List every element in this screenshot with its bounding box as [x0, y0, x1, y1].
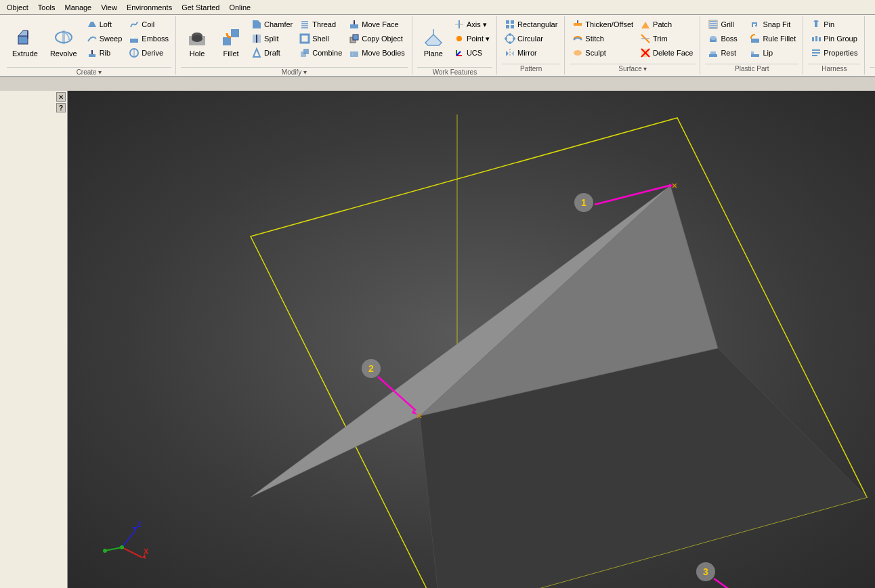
- move-face-label: Move Face: [362, 20, 398, 28]
- surface-label-text: Surface ▾: [618, 65, 647, 72]
- plastic-items: Grill Boss Rest Snap Fit: [705, 18, 798, 63]
- 3d-scene-svg: 1 2 3: [68, 91, 875, 588]
- svg-rect-83: [812, 55, 817, 56]
- mirror-label: Mirror: [517, 49, 537, 57]
- menu-bar: Object Tools Manage View Environments Ge…: [0, 0, 875, 15]
- sweep-button[interactable]: Sweep: [84, 32, 125, 45]
- thicken-label: Thicken/Offset: [585, 20, 633, 28]
- svg-marker-17: [253, 20, 261, 28]
- patch-button[interactable]: Patch: [637, 18, 696, 31]
- menu-environments[interactable]: Environments: [123, 2, 176, 13]
- svg-text:2: 2: [368, 363, 374, 374]
- ribbon-group-pattern: Rectangular Circular Mirror Pattern: [498, 16, 565, 75]
- ribbon-group-surface: Thicken/Offset Stitch Sculpt Patch: [565, 16, 700, 75]
- ribbon-group-modify: Hole Fillet Chamfer: [177, 16, 412, 75]
- grill-button[interactable]: Grill: [705, 18, 746, 31]
- plastic-group-label: Plastic Part: [705, 64, 798, 73]
- thicken-button[interactable]: Thicken/Offset: [570, 18, 636, 31]
- plastic-col1: Grill Boss Rest: [705, 18, 746, 63]
- create-group-label: Create ▾: [7, 67, 171, 77]
- rectangular-button[interactable]: Rectangular: [502, 18, 560, 31]
- hole-button[interactable]: Hole: [181, 18, 213, 66]
- menu-get-started[interactable]: Get Started: [177, 2, 223, 13]
- modify-col3: Move Face Copy Object ↑ Move Bodies: [346, 18, 408, 66]
- derive-label: Derive: [142, 49, 163, 57]
- properties-button[interactable]: Properties: [808, 46, 860, 60]
- sculpt-button[interactable]: Sculpt: [570, 46, 636, 60]
- copy-object-button[interactable]: Copy Object: [346, 32, 408, 45]
- axis-icon: [454, 19, 465, 30]
- sweep-label: Sweep: [100, 35, 123, 43]
- chamfer-button[interactable]: Chamfer: [249, 18, 295, 31]
- boss-button[interactable]: Boss: [705, 32, 746, 45]
- svg-rect-25: [301, 35, 309, 43]
- point-button[interactable]: Point ▾: [451, 32, 492, 45]
- menu-tools[interactable]: Tools: [34, 2, 60, 13]
- move-bodies-button[interactable]: ↑ Move Bodies: [346, 46, 408, 60]
- rest-button[interactable]: Rest: [705, 46, 746, 60]
- mirror-button[interactable]: Mirror: [502, 46, 560, 60]
- svg-point-38: [456, 36, 462, 41]
- delete-face-icon: [640, 47, 651, 58]
- copy-object-label: Copy Object: [362, 35, 403, 43]
- pin-group-label: Pin Group: [824, 35, 857, 43]
- axis-button[interactable]: Axis ▾: [451, 18, 492, 31]
- delete-face-button[interactable]: Delete Face: [637, 46, 696, 60]
- menu-view[interactable]: View: [97, 2, 121, 13]
- chamfer-label: Chamfer: [264, 20, 293, 28]
- split-button[interactable]: Split: [249, 32, 295, 45]
- plane-button[interactable]: Plane: [417, 18, 450, 66]
- axis-indicator: X Z: [95, 513, 149, 568]
- boss-icon: [708, 33, 719, 44]
- convert-sheet-button[interactable]: Convert - Sheet Metal: [870, 18, 875, 66]
- ucs-button[interactable]: UCS: [451, 46, 492, 60]
- svg-text:1: 1: [581, 197, 586, 208]
- menu-object[interactable]: Object: [3, 2, 33, 13]
- shell-button[interactable]: Shell: [297, 32, 345, 45]
- combine-button[interactable]: Combine: [297, 46, 345, 60]
- ribbon-content: Extrude Revolve Loft: [0, 15, 875, 76]
- coil-button[interactable]: Coil: [126, 18, 171, 31]
- draft-button[interactable]: Draft: [249, 46, 295, 60]
- move-face-button[interactable]: Move Face: [346, 18, 408, 31]
- thread-button[interactable]: Thread: [297, 18, 345, 31]
- circular-button[interactable]: Circular: [502, 32, 560, 45]
- snap-fit-button[interactable]: Snap Fit: [747, 18, 798, 31]
- pin-group-button[interactable]: Pin Group: [808, 32, 860, 45]
- rib-button[interactable]: Rib: [84, 46, 125, 60]
- revolve-button[interactable]: Revolve: [45, 18, 83, 66]
- pattern-items: Rectangular Circular Mirror: [502, 18, 560, 63]
- derive-button[interactable]: Derive: [126, 46, 171, 60]
- trim-button[interactable]: Trim: [637, 32, 696, 45]
- loft-button[interactable]: Loft: [84, 18, 125, 31]
- create-items: Extrude Revolve Loft: [7, 18, 171, 66]
- rule-fillet-icon: [750, 33, 761, 44]
- menu-online[interactable]: Online: [225, 2, 255, 13]
- svg-point-70: [710, 36, 717, 40]
- surface-col1: Thicken/Offset Stitch Sculpt: [570, 18, 636, 63]
- menu-manage[interactable]: Manage: [60, 2, 95, 13]
- emboss-button[interactable]: A Emboss: [126, 32, 171, 45]
- svg-rect-82: [812, 52, 820, 54]
- fillet-button[interactable]: Fillet: [215, 18, 247, 66]
- thicken-icon: [572, 19, 583, 30]
- pattern-label-text: Pattern: [520, 65, 542, 72]
- split-icon: [251, 33, 262, 44]
- shell-icon: [299, 33, 310, 44]
- svg-marker-52: [506, 51, 509, 56]
- plane-label: Plane: [424, 49, 443, 58]
- left-panel-help-button[interactable]: ?: [56, 103, 66, 112]
- ribbon-group-plastic: Grill Boss Rest Snap Fit: [701, 16, 803, 75]
- lip-button[interactable]: Lip: [747, 46, 798, 60]
- lip-label: Lip: [763, 49, 773, 57]
- lip-icon: [750, 47, 761, 58]
- extrude-button[interactable]: Extrude: [7, 18, 43, 66]
- pin-button[interactable]: Pin: [808, 18, 860, 31]
- left-panel-close-button[interactable]: ✕: [56, 92, 66, 102]
- svg-rect-73: [751, 39, 759, 43]
- delete-face-label: Delete Face: [653, 49, 693, 57]
- rule-fillet-button[interactable]: Rule Fillet: [747, 32, 798, 45]
- svg-text:A: A: [131, 35, 134, 39]
- mirror-icon: [505, 47, 515, 58]
- stitch-button[interactable]: Stitch: [570, 32, 636, 45]
